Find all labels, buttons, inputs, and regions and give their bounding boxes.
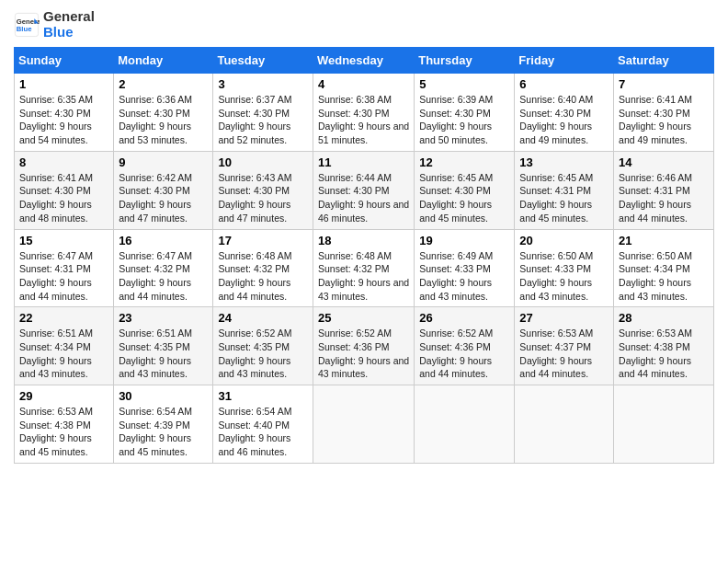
calendar-cell [415, 385, 515, 464]
day-number: 25 [318, 311, 409, 325]
week-row-4: 22Sunrise: 6:51 AMSunset: 4:34 PMDayligh… [15, 307, 714, 385]
day-info: Sunrise: 6:47 AMSunset: 4:31 PMDaylight:… [19, 249, 108, 304]
day-info: Sunrise: 6:52 AMSunset: 4:35 PMDaylight:… [218, 327, 308, 381]
calendar-cell: 23Sunrise: 6:51 AMSunset: 4:35 PMDayligh… [114, 307, 213, 385]
day-info: Sunrise: 6:38 AMSunset: 4:30 PMDaylight:… [318, 93, 409, 147]
calendar-header-row: SundayMondayTuesdayWednesdayThursdayFrid… [15, 48, 714, 74]
day-info: Sunrise: 6:51 AMSunset: 4:34 PMDaylight:… [19, 327, 108, 381]
day-info: Sunrise: 6:52 AMSunset: 4:36 PMDaylight:… [419, 327, 509, 381]
day-number: 18 [318, 234, 409, 247]
calendar-cell: 28Sunrise: 6:53 AMSunset: 4:38 PMDayligh… [614, 307, 714, 385]
calendar-cell: 24Sunrise: 6:52 AMSunset: 4:35 PMDayligh… [213, 307, 313, 385]
calendar-cell: 15Sunrise: 6:47 AMSunset: 4:31 PMDayligh… [15, 229, 114, 307]
calendar-cell [515, 385, 614, 464]
week-row-3: 15Sunrise: 6:47 AMSunset: 4:31 PMDayligh… [15, 229, 714, 307]
logo-general: General [43, 9, 95, 25]
logo: General Blue General Blue [14, 9, 95, 40]
calendar-cell: 25Sunrise: 6:52 AMSunset: 4:36 PMDayligh… [313, 307, 414, 385]
day-info: Sunrise: 6:41 AMSunset: 4:30 PMDaylight:… [19, 171, 108, 225]
day-number: 12 [419, 155, 509, 169]
day-number: 15 [19, 234, 108, 247]
calendar-cell: 12Sunrise: 6:45 AMSunset: 4:30 PMDayligh… [415, 151, 515, 229]
day-info: Sunrise: 6:54 AMSunset: 4:39 PMDaylight:… [119, 405, 208, 459]
day-info: Sunrise: 6:45 AMSunset: 4:31 PMDaylight:… [519, 171, 609, 225]
day-info: Sunrise: 6:46 AMSunset: 4:31 PMDaylight:… [619, 171, 709, 225]
day-number: 4 [318, 77, 409, 91]
day-info: Sunrise: 6:53 AMSunset: 4:38 PMDaylight:… [619, 327, 709, 381]
day-number: 22 [19, 311, 108, 325]
day-info: Sunrise: 6:35 AMSunset: 4:30 PMDaylight:… [19, 93, 108, 147]
page: General Blue General Blue SundayMondayTu… [0, 0, 728, 477]
day-info: Sunrise: 6:36 AMSunset: 4:30 PMDaylight:… [119, 93, 208, 147]
calendar-cell: 4Sunrise: 6:38 AMSunset: 4:30 PMDaylight… [313, 74, 414, 152]
day-number: 14 [619, 155, 709, 169]
day-number: 23 [119, 311, 208, 325]
day-number: 13 [519, 155, 609, 169]
day-number: 30 [119, 389, 208, 403]
day-number: 5 [419, 77, 509, 91]
calendar-cell: 13Sunrise: 6:45 AMSunset: 4:31 PMDayligh… [515, 151, 614, 229]
day-info: Sunrise: 6:40 AMSunset: 4:30 PMDaylight:… [519, 93, 609, 147]
calendar-cell: 19Sunrise: 6:49 AMSunset: 4:33 PMDayligh… [415, 229, 515, 307]
day-info: Sunrise: 6:39 AMSunset: 4:30 PMDaylight:… [419, 93, 509, 147]
day-number: 26 [419, 311, 509, 325]
day-info: Sunrise: 6:53 AMSunset: 4:38 PMDaylight:… [19, 405, 108, 459]
calendar-cell: 11Sunrise: 6:44 AMSunset: 4:30 PMDayligh… [313, 151, 414, 229]
day-number: 11 [318, 155, 409, 169]
day-number: 31 [218, 389, 308, 403]
day-number: 9 [119, 155, 208, 169]
week-row-1: 1Sunrise: 6:35 AMSunset: 4:30 PMDaylight… [15, 74, 714, 152]
day-number: 8 [19, 155, 108, 169]
day-number: 10 [218, 155, 308, 169]
calendar-cell: 16Sunrise: 6:47 AMSunset: 4:32 PMDayligh… [114, 229, 213, 307]
day-info: Sunrise: 6:45 AMSunset: 4:30 PMDaylight:… [419, 171, 509, 225]
calendar-cell: 14Sunrise: 6:46 AMSunset: 4:31 PMDayligh… [614, 151, 714, 229]
day-number: 24 [218, 311, 308, 325]
calendar-cell: 30Sunrise: 6:54 AMSunset: 4:39 PMDayligh… [114, 385, 213, 464]
logo-icon: General Blue [14, 12, 40, 38]
calendar-cell: 21Sunrise: 6:50 AMSunset: 4:34 PMDayligh… [614, 229, 714, 307]
calendar-cell: 18Sunrise: 6:48 AMSunset: 4:32 PMDayligh… [313, 229, 414, 307]
day-number: 20 [519, 234, 609, 247]
header: General Blue General Blue [14, 9, 714, 40]
day-info: Sunrise: 6:41 AMSunset: 4:30 PMDaylight:… [619, 93, 709, 147]
calendar-cell [313, 385, 414, 464]
day-info: Sunrise: 6:47 AMSunset: 4:32 PMDaylight:… [119, 249, 208, 304]
day-number: 16 [119, 234, 208, 247]
day-info: Sunrise: 6:48 AMSunset: 4:32 PMDaylight:… [318, 249, 409, 304]
calendar-cell [614, 385, 714, 464]
week-row-2: 8Sunrise: 6:41 AMSunset: 4:30 PMDaylight… [15, 151, 714, 229]
day-header-saturday: Saturday [614, 48, 714, 74]
day-number: 17 [218, 234, 308, 247]
day-header-thursday: Thursday [415, 48, 515, 74]
day-number: 6 [519, 77, 609, 91]
week-row-5: 29Sunrise: 6:53 AMSunset: 4:38 PMDayligh… [15, 385, 714, 464]
day-number: 1 [19, 77, 108, 91]
svg-text:Blue: Blue [17, 25, 32, 33]
day-number: 28 [619, 311, 709, 325]
day-info: Sunrise: 6:53 AMSunset: 4:37 PMDaylight:… [519, 327, 609, 381]
day-number: 7 [619, 77, 709, 91]
calendar-cell: 29Sunrise: 6:53 AMSunset: 4:38 PMDayligh… [15, 385, 114, 464]
day-info: Sunrise: 6:42 AMSunset: 4:30 PMDaylight:… [119, 171, 208, 225]
calendar: SundayMondayTuesdayWednesdayThursdayFrid… [14, 47, 714, 464]
day-info: Sunrise: 6:44 AMSunset: 4:30 PMDaylight:… [318, 171, 409, 225]
calendar-cell: 5Sunrise: 6:39 AMSunset: 4:30 PMDaylight… [415, 74, 515, 152]
calendar-cell: 31Sunrise: 6:54 AMSunset: 4:40 PMDayligh… [213, 385, 313, 464]
calendar-cell: 27Sunrise: 6:53 AMSunset: 4:37 PMDayligh… [515, 307, 614, 385]
calendar-cell: 6Sunrise: 6:40 AMSunset: 4:30 PMDaylight… [515, 74, 614, 152]
day-info: Sunrise: 6:50 AMSunset: 4:33 PMDaylight:… [519, 249, 609, 304]
day-info: Sunrise: 6:51 AMSunset: 4:35 PMDaylight:… [119, 327, 208, 381]
day-header-monday: Monday [114, 48, 213, 74]
calendar-cell: 22Sunrise: 6:51 AMSunset: 4:34 PMDayligh… [15, 307, 114, 385]
day-info: Sunrise: 6:48 AMSunset: 4:32 PMDaylight:… [218, 249, 308, 304]
day-header-friday: Friday [515, 48, 614, 74]
day-number: 21 [619, 234, 709, 247]
day-number: 3 [218, 77, 308, 91]
day-info: Sunrise: 6:50 AMSunset: 4:34 PMDaylight:… [619, 249, 709, 304]
calendar-cell: 20Sunrise: 6:50 AMSunset: 4:33 PMDayligh… [515, 229, 614, 307]
day-info: Sunrise: 6:52 AMSunset: 4:36 PMDaylight:… [318, 327, 409, 381]
calendar-cell: 10Sunrise: 6:43 AMSunset: 4:30 PMDayligh… [213, 151, 313, 229]
day-number: 19 [419, 234, 509, 247]
day-number: 29 [19, 389, 108, 403]
